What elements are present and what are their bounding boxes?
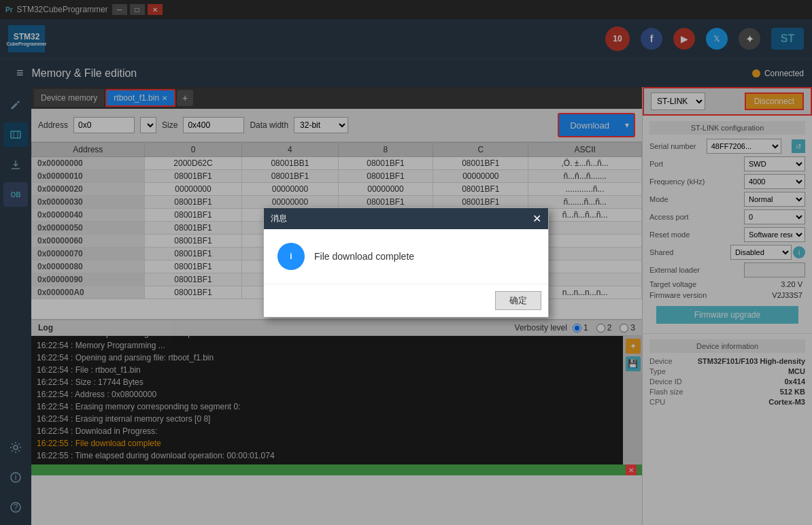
dialog-message: File download complete	[314, 251, 414, 262]
dialog-content: i File download complete	[264, 229, 548, 284]
dialog-close-button[interactable]: ✕	[532, 212, 541, 225]
dialog-title: 消息	[271, 213, 287, 224]
dialog-overlay: 消息 ✕ i File download complete 确定	[0, 0, 812, 525]
message-dialog: 消息 ✕ i File download complete 确定	[263, 207, 549, 318]
dialog-icon: i	[277, 243, 305, 270]
dialog-titlebar: 消息 ✕	[264, 208, 548, 229]
dialog-footer: 确定	[264, 284, 548, 317]
dialog-ok-button[interactable]: 确定	[495, 291, 541, 310]
